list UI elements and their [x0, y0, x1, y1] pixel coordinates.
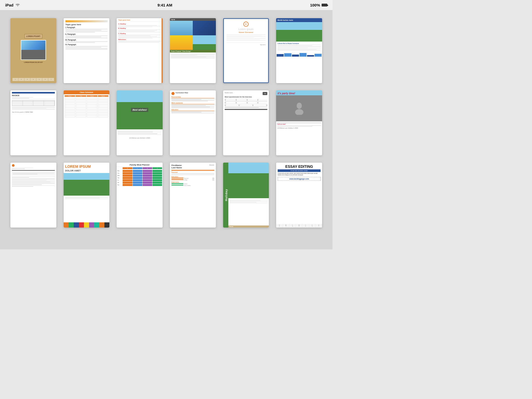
battery-percent: 100%	[310, 3, 320, 7]
orange-accent	[65, 20, 108, 22]
doc17-footer: Parum	[228, 225, 269, 228]
main-content: LOREM IPSUM© LOREM IPSUM DOLOR EST 12345…	[0, 10, 332, 249]
doc6-photo	[276, 22, 322, 42]
doc18-body: Ut wisl enim ad minim veniam, quis nostr…	[278, 173, 321, 176]
doc10-header: Curriculum Vitae	[171, 92, 214, 95]
doc18-banner: Ut wisl enim ad minim veniam	[278, 169, 321, 172]
doc5-signature: Signature	[227, 43, 266, 45]
doc-thumb-2[interactable]: Topic goes here I. Paragraph II. Paragra…	[64, 18, 110, 83]
doc13-address-block	[12, 172, 55, 176]
doc-thumb-13[interactable]	[10, 163, 56, 228]
doc-thumb-9[interactable]: Best wishes! 1141 Memory Lane, Northside…	[117, 90, 163, 155]
photo-people	[21, 50, 45, 59]
doc16-firstname: FirstName	[171, 164, 182, 167]
portrait-icon	[294, 102, 304, 115]
doc-thumb-14[interactable]: LOREM IPSUM DOLOR AMET	[64, 163, 110, 228]
doc-thumb-18[interactable]: ESSAY EDITING Ut wisl enim ad minim veni…	[276, 163, 322, 228]
doc-thumb-11[interactable]: Student name... logo Short questionnaire…	[223, 90, 269, 155]
doc11-title: Short questionnaire for the Interview	[225, 96, 268, 98]
doc10-logo	[171, 92, 175, 95]
doc-thumb-1[interactable]: LOREM IPSUM© LOREM IPSUM DOLOR EST 12345…	[10, 18, 56, 83]
doc-thumb-8[interactable]: Class Schedule Period Time Subject Teach…	[64, 90, 110, 155]
doc-thumb-7[interactable]: INVOICE State all checks payable to COMP…	[10, 90, 56, 155]
doc4-photo-grid	[170, 21, 216, 50]
cork-area: LOREM IPSUM© LOREM IPSUM DOLOR EST	[12, 20, 54, 78]
doc5-logo: C	[243, 22, 249, 27]
doc2-title: Topic goes here	[65, 23, 108, 26]
doc9-address: 1141 Memory Lane, Northside, IL 00000	[117, 137, 163, 139]
calendar-strip: 1234567	[12, 78, 54, 81]
doc3-body: A. Heading B. Heading C. Heading Referen…	[117, 22, 163, 44]
doc13-logo	[12, 164, 15, 167]
doc-thumb-10[interactable]: Curriculum Vitae Personal data Work expe…	[170, 90, 216, 155]
time-display: 9:41 AM	[157, 3, 172, 7]
doc7-title: INVOICE	[12, 95, 55, 96]
doc12-title: it's party time!	[276, 90, 322, 95]
doc4-body	[170, 52, 216, 83]
status-left: iPad	[5, 3, 20, 7]
doc9-photo: Best wishes!	[117, 90, 163, 129]
doc3-header: Topic goes here	[117, 18, 163, 22]
svg-point-0	[297, 103, 302, 109]
svg-point-1	[295, 109, 303, 115]
doc11-logo: logo	[263, 92, 267, 95]
doc2-s2: II. Paragraph	[65, 33, 108, 35]
orange-side-bar	[162, 18, 163, 83]
doc-thumb-5[interactable]: C Lorem ipsum Name Surname Signature	[223, 18, 269, 83]
doc7-bluebar	[12, 92, 55, 94]
doc11-logo-bar: Student name... logo	[225, 92, 268, 95]
doc15-title: Family Meal Planner	[117, 163, 163, 167]
doc16-header: FirstName Last Name Resume	[171, 164, 214, 169]
doc16-label: Resume	[209, 164, 214, 169]
doc-thumb-16[interactable]: FirstName Last Name Resume Personal Educ…	[170, 163, 216, 228]
doc14-body	[64, 196, 110, 201]
battery-icon	[322, 4, 327, 6]
photo-placeholder	[21, 40, 46, 60]
doc3-title: Topic goes here	[118, 19, 161, 21]
doc2-s3: III. Paragraph	[65, 39, 108, 41]
doc6-chart	[276, 52, 322, 57]
doc14-photo	[64, 173, 110, 196]
doc14-stripe-footer	[64, 222, 110, 228]
doc17-body	[228, 198, 269, 225]
doc1-footer: LOREM IPSUM DOLOR EST	[23, 61, 43, 64]
doc7-footer: State all checks payable to COMPANY NAME	[12, 111, 55, 113]
doc14-title: LOREM IPSUM	[64, 163, 110, 169]
doc17-right: Parum	[228, 163, 269, 228]
doc2-s4: IV. Paragraph	[65, 44, 108, 45]
doc12-address: 1140 Memory Lane, Kokoblue, IL 00000	[277, 128, 321, 129]
doc17-holiday-text: Holiday	[224, 163, 229, 228]
doc4-banner: Project Proposal "Clean Energy"	[170, 50, 216, 52]
doc7-table	[12, 100, 55, 106]
doc16-orange-bar	[171, 170, 214, 171]
doc16-lastname: Last Name	[171, 167, 182, 169]
doc9-body	[117, 129, 163, 137]
doc-thumb-17[interactable]: Holiday Parum	[223, 163, 269, 228]
doc18-title: ESSAY EDITING	[278, 165, 321, 169]
doc6-header: Morbi luctus nunc	[276, 18, 322, 22]
doc5-title: Lorem ipsum	[227, 28, 266, 31]
doc15-header-row: B L D S	[117, 167, 163, 169]
doc14-subtitle: DOLOR AMET	[64, 169, 110, 173]
doc12-body: Call us now! 1140 Memory Lane, Kokoblue,…	[276, 121, 322, 155]
doc-thumb-15[interactable]: Family Meal Planner B L D S Mon Tue Wed …	[117, 163, 163, 228]
doc18-calendar: S1 M2 T3 W4 T5 F6 S7	[276, 224, 322, 228]
device-name: iPad	[5, 3, 14, 7]
doc-thumb-3[interactable]: Topic goes here A. Heading B. Heading C.…	[117, 18, 163, 83]
label-tag: LOREM IPSUM©	[24, 34, 42, 38]
doc9-wishes: Best wishes!	[131, 108, 148, 112]
doc6-body: Lobortis Nisl ut Aliquip Consequat	[276, 42, 322, 52]
doc-thumb-4[interactable]: logo ▶ Project Proposal "Clean Energy"	[170, 18, 216, 83]
status-right: 100%	[310, 3, 327, 7]
doc4-topbar: logo ▶	[170, 18, 216, 21]
doc8-title: Class Schedule	[64, 90, 110, 94]
status-bar: iPad 9:41 AM 100%	[0, 0, 332, 10]
doc-thumb-6[interactable]: Morbi luctus nunc Lobortis Nisl ut Aliqu…	[276, 18, 322, 83]
wifi-icon	[16, 4, 20, 7]
doc8-table: Period Time Subject Teacher	[64, 94, 110, 119]
doc18-website: www.landingpage.com	[279, 178, 320, 180]
doc10-name: Curriculum Vitae	[176, 92, 188, 94]
doc-thumb-12[interactable]: it's party time! Call us now! 1140 Memor…	[276, 90, 322, 155]
doc12-photo	[276, 95, 322, 121]
doc15-grid: Mon Tue Wed Thu Fri Sat Sun	[117, 169, 163, 187]
